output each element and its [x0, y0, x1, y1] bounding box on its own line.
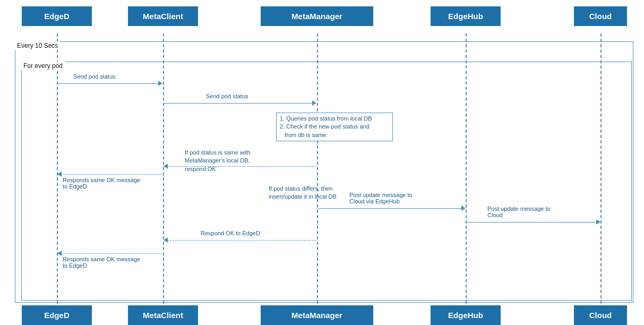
label-respond-ok-edged: Respond OK to EdgeD	[201, 230, 260, 236]
actor-edgehub-bottom: EdgeHub	[431, 305, 501, 325]
label-post-update-cloud: Post update message to Cloud	[487, 206, 551, 218]
loop2-label: For every pod	[21, 62, 65, 70]
sequence-diagram: EdgeD MetaClient MetaManager EdgeHub Clo…	[0, 0, 644, 325]
actor-metamanager: MetaManager	[261, 6, 373, 26]
label-post-update-edgehub: Post update message to Cloud via EdgeHub	[349, 192, 413, 204]
actor-cloud-bottom: Cloud	[574, 305, 627, 325]
label-send-pod-status-1: Send pod status	[73, 73, 116, 80]
actor-metaclient: MetaClient	[128, 6, 198, 26]
actor-edged: EdgeD	[22, 6, 92, 26]
loop1-label: Every 10 Secs	[15, 41, 60, 50]
actor-metaclient-bottom: MetaClient	[128, 305, 198, 325]
label-responds-same-ok-1: Responds same OK message to EdgeD	[63, 177, 140, 190]
actor-edgehub: EdgeHub	[431, 6, 501, 26]
actor-cloud: Cloud	[574, 6, 627, 26]
label-send-pod-status-2: Send pod status	[206, 93, 248, 99]
label-responds-same-ok-2: Responds same OK message to EdgeD	[63, 256, 140, 269]
label-if-same: If pod status is same with MetaManager's…	[185, 149, 296, 173]
actor-metamanager-bottom: MetaManager	[261, 305, 373, 325]
actor-edged-bottom: EdgeD	[22, 305, 92, 325]
note-queries: 1. Queries pod status from local DB 2. C…	[276, 113, 393, 141]
